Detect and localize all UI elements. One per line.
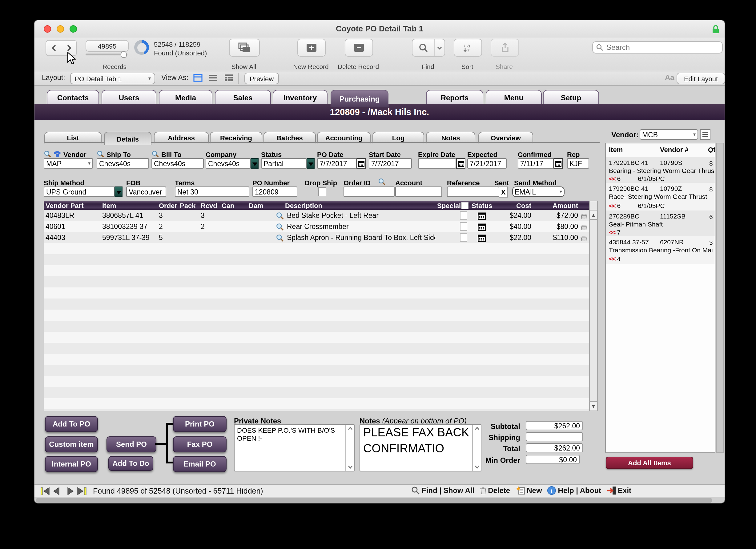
status-field[interactable]: Partial bbox=[261, 158, 307, 169]
item-cell[interactable]: 599731L 37-39 bbox=[100, 234, 157, 241]
vendor-item-row[interactable]: 179290BC 41 10790Z 8 Race- Steering Worm… bbox=[606, 183, 715, 210]
edit-layout-button[interactable]: Edit Layout bbox=[677, 73, 725, 84]
amount-cell[interactable]: $80.00 bbox=[557, 223, 578, 230]
cost-cell[interactable]: $40.00 bbox=[492, 223, 536, 230]
special-checkbox[interactable] bbox=[460, 211, 467, 220]
confirmed-calendar-button[interactable] bbox=[553, 158, 563, 169]
fob-field[interactable]: Vancouver bbox=[126, 186, 166, 197]
record-slider-thumb[interactable] bbox=[121, 51, 127, 58]
send-method-field[interactable]: EMAIL ▾ bbox=[512, 186, 565, 197]
add-all-items-button[interactable]: Add All Items bbox=[606, 457, 693, 469]
subtab-batches[interactable]: Batches bbox=[263, 132, 316, 143]
special-checkbox[interactable] bbox=[460, 222, 467, 231]
special-all-checkbox[interactable] bbox=[461, 202, 468, 209]
sent-checkbox[interactable]: X bbox=[499, 186, 508, 198]
fax-po-button[interactable]: Fax PO bbox=[173, 436, 227, 452]
vendor-part-cell[interactable]: 40601 bbox=[44, 223, 100, 230]
table-view-icon[interactable] bbox=[224, 74, 233, 82]
po-notes-field[interactable]: PLEASE FAX BACK CONFIRMATIO bbox=[360, 424, 481, 471]
cost-cell[interactable]: $24.00 bbox=[492, 212, 536, 219]
item-search-icon[interactable] bbox=[276, 211, 284, 219]
line-item-row[interactable]: 40601 381003239 37 2 2 Rear Crossmember … bbox=[44, 221, 589, 232]
line-item-row[interactable]: 44403 599731L 37-39 5 Splash Apron - Run… bbox=[44, 232, 589, 243]
subtab-accounting[interactable]: Accounting bbox=[317, 132, 371, 143]
vendor-part-cell[interactable]: 40483LR bbox=[44, 212, 100, 219]
window-titlebar[interactable]: Coyote PO Detail Tab 1 bbox=[34, 20, 725, 38]
description-cell[interactable]: Splash Apron - Running Board To Box, Lef… bbox=[287, 234, 435, 241]
vendor-list-button[interactable] bbox=[700, 129, 710, 140]
po-date-calendar-button[interactable] bbox=[356, 158, 366, 169]
horizontal-scrollbar[interactable] bbox=[34, 497, 725, 503]
scroll-up-button[interactable]: ▲ bbox=[589, 210, 598, 220]
private-notes-scrollbar[interactable] bbox=[345, 425, 354, 471]
add-to-do-button[interactable]: Add To Do bbox=[108, 456, 153, 471]
subtab-notes[interactable]: Notes bbox=[426, 132, 475, 143]
vendor-item-row[interactable]: 179291BC 41 10790S 8 Bearing - Steering … bbox=[606, 157, 715, 183]
shipping-field[interactable] bbox=[526, 432, 583, 441]
order-id-search-icon[interactable] bbox=[378, 178, 385, 185]
form-view-icon[interactable] bbox=[193, 74, 203, 82]
ship-method-field[interactable]: UPS Ground bbox=[44, 186, 115, 197]
vendor-part-cell[interactable]: 44403 bbox=[44, 234, 100, 241]
order-id-field[interactable] bbox=[344, 186, 395, 197]
phone-icon[interactable] bbox=[53, 150, 62, 158]
subtab-details[interactable]: Details bbox=[104, 132, 151, 145]
terms-field[interactable]: Net 30 bbox=[175, 186, 249, 197]
send-po-button[interactable]: Send PO bbox=[107, 436, 156, 452]
subtab-receiving[interactable]: Receiving bbox=[210, 132, 262, 143]
ship-to-search-icon[interactable] bbox=[97, 150, 104, 158]
tab-media[interactable]: Media bbox=[159, 90, 212, 105]
status-calendar-icon[interactable] bbox=[478, 234, 486, 242]
expire-date-calendar-button[interactable] bbox=[456, 158, 465, 169]
start-date-field[interactable]: 7/7/2017 bbox=[369, 158, 412, 169]
record-navigation-arrows[interactable] bbox=[41, 487, 87, 495]
record-number-field[interactable]: 49895 bbox=[86, 40, 129, 52]
status-calendar-icon[interactable] bbox=[478, 222, 486, 230]
tab-menu[interactable]: Menu bbox=[486, 90, 542, 105]
print-po-button[interactable]: Print PO bbox=[173, 416, 227, 432]
sidebar-scrollbar[interactable] bbox=[716, 143, 724, 453]
tab-sales[interactable]: Sales bbox=[215, 90, 271, 105]
po-number-field[interactable]: 120809 bbox=[252, 186, 297, 197]
status-calendar-icon[interactable] bbox=[478, 211, 486, 219]
rcvd-cell[interactable]: 3 bbox=[199, 212, 220, 219]
item-cell[interactable]: 381003239 37 bbox=[100, 223, 157, 230]
ship-method-dropdown-button[interactable] bbox=[115, 186, 123, 197]
line-item-row[interactable]: 40483LR 3806857L 41 3 3 Bed Stake Pocket… bbox=[44, 210, 589, 221]
subtab-overview[interactable]: Overview bbox=[478, 132, 533, 143]
search-input[interactable] bbox=[592, 41, 723, 54]
share-button[interactable] bbox=[491, 39, 519, 57]
vendor-item-row[interactable]: 270289BC 11152SB 6 Seal- Pitman Shaft <<… bbox=[606, 210, 715, 236]
find-button[interactable] bbox=[412, 39, 435, 57]
layout-selector[interactable]: PO Detail Tab 1 ▾ bbox=[70, 73, 155, 84]
custom-item-button[interactable]: Custom item bbox=[45, 436, 98, 452]
tab-purchasing[interactable]: Purchasing bbox=[331, 90, 388, 107]
expected-field[interactable]: 7/21/2017 bbox=[467, 158, 507, 169]
exit-link[interactable]: Exit bbox=[607, 486, 631, 495]
description-cell[interactable]: Bed Stake Pocket - Left Rear bbox=[287, 212, 379, 219]
found-ratio-donut-chart[interactable] bbox=[134, 40, 149, 55]
scroll-down-icon[interactable] bbox=[474, 465, 479, 469]
vendor-item-row[interactable]: 435844 37-57 6207NR 3 Transmission Beari… bbox=[606, 236, 715, 264]
delete-line-trash-icon[interactable] bbox=[581, 214, 587, 219]
confirmed-field[interactable]: 7/11/17 bbox=[518, 158, 553, 169]
vendor-field[interactable]: MAP ▾ bbox=[44, 158, 93, 169]
text-formatting-icon[interactable]: Aa bbox=[665, 73, 674, 82]
new-link[interactable]: New bbox=[516, 486, 542, 495]
add-to-po-button[interactable]: Add To PO bbox=[45, 416, 98, 432]
list-view-icon[interactable] bbox=[209, 74, 218, 82]
delete-link[interactable]: Delete bbox=[480, 486, 510, 495]
subtab-log[interactable]: Log bbox=[372, 132, 424, 143]
tab-reports[interactable]: Reports bbox=[426, 90, 483, 105]
private-notes-field[interactable]: DOES KEEP P.O.'S WITH B/O'S OPEN !- bbox=[234, 424, 355, 471]
scroll-down-button[interactable]: ▼ bbox=[589, 401, 598, 411]
preview-button[interactable]: Preview bbox=[244, 73, 279, 84]
amount-cell[interactable]: $110.00 bbox=[553, 234, 578, 241]
subtab-address[interactable]: Address bbox=[154, 132, 209, 143]
account-field[interactable] bbox=[395, 186, 442, 197]
company-dropdown-button[interactable] bbox=[251, 158, 259, 169]
tab-contacts[interactable]: Contacts bbox=[47, 90, 99, 105]
scroll-down-icon[interactable] bbox=[348, 465, 352, 469]
delete-line-trash-icon[interactable] bbox=[581, 225, 587, 230]
item-cell[interactable]: 3806857L 41 bbox=[100, 212, 157, 219]
